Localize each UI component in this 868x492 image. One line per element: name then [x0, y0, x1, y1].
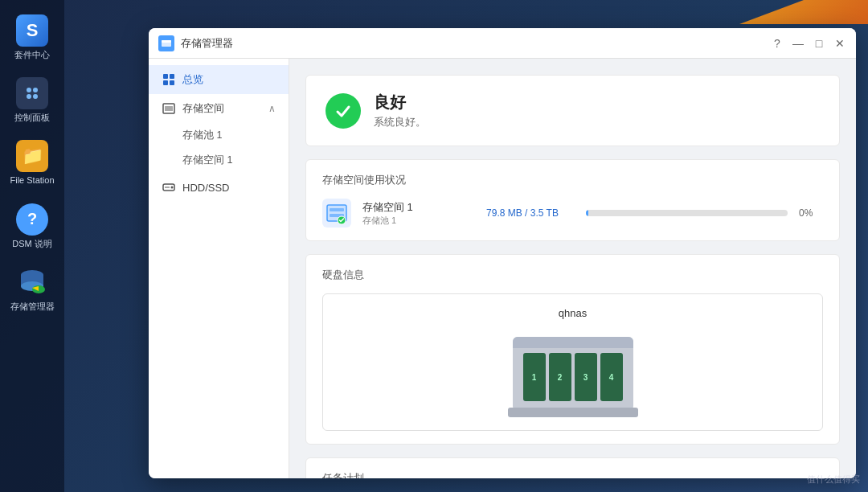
taskbar-label-package: 套件中心	[14, 50, 50, 60]
task-plan-title: 任务计划	[322, 471, 823, 478]
svg-point-17	[171, 187, 174, 189]
svg-point-3	[33, 94, 38, 99]
hdd-container: qhnas 1 2 3 4	[322, 293, 823, 431]
task-plan-card: 任务计划 任务类型 目标 状态 下次执行时间 S.	[305, 457, 840, 478]
file-station-icon: 📁	[16, 140, 48, 172]
storage-pool-name: 存储池 1	[362, 215, 459, 227]
storage-bar-fill	[586, 210, 588, 216]
window-title: 存储管理器	[181, 36, 771, 51]
drive-4: 4	[600, 353, 623, 401]
window-minimize-btn[interactable]: —	[792, 37, 805, 50]
nav-item-overview[interactable]: 总览	[149, 65, 289, 94]
storage-usage-text: 79.8 MB / 3.5 TB	[470, 207, 575, 219]
drive-1: 1	[523, 353, 546, 401]
taskbar-item-storage[interactable]: 存储管理器	[4, 260, 60, 318]
taskbar-label-file: File Station	[10, 175, 54, 186]
package-icon: S	[16, 14, 48, 47]
drive-2: 2	[549, 353, 571, 401]
taskbar-item-package[interactable]: S 套件中心	[4, 8, 60, 67]
overview-icon	[162, 72, 176, 87]
taskbar-item-dsm[interactable]: ? DSM 说明	[4, 197, 60, 256]
drive-3: 3	[575, 353, 597, 401]
nav-item-hdd-ssd[interactable]: HDD/SSD	[149, 173, 289, 202]
svg-rect-15	[165, 106, 173, 111]
storage-row: 存储空间 1 存储池 1 79.8 MB / 3.5 TB 0%	[322, 199, 823, 228]
storage-usage-title: 存储空间使用状况	[322, 173, 823, 187]
storage-space-icon	[162, 101, 176, 116]
hdd-ssd-icon	[162, 180, 176, 195]
nav-sub-space1[interactable]: 存储空间 1	[149, 148, 289, 173]
nav-item-storage-space[interactable]: 存储空间 ∧	[149, 94, 289, 123]
storage-space-name: 存储空间 1	[362, 200, 459, 215]
window-titlebar: 存储管理器 ? — □ ✕	[149, 28, 856, 59]
storage-usage-card: 存储空间使用状况	[305, 159, 840, 241]
window-title-icon	[158, 35, 174, 51]
hdd-info-card: 硬盘信息 qhnas 1 2	[305, 254, 840, 445]
chevron-up-icon: ∧	[268, 103, 276, 114]
status-title: 良好	[374, 92, 426, 113]
status-card: 良好 系统良好。	[305, 75, 840, 146]
svg-point-2	[27, 94, 31, 99]
desktop: S 套件中心 控制面板 📁 File Station ?	[0, 0, 868, 492]
nav-label-storage-space: 存储空间	[182, 101, 224, 116]
status-text-group: 良好 系统良好。	[374, 92, 426, 129]
taskbar: S 套件中心 控制面板 📁 File Station ?	[0, 0, 64, 492]
nav-label-hdd-ssd: HDD/SSD	[182, 182, 230, 194]
window-close-btn[interactable]: ✕	[833, 37, 846, 50]
storage-bar	[586, 210, 788, 216]
nav-sub-pool1[interactable]: 存储池 1	[149, 123, 289, 148]
storage-volume-icon	[322, 199, 351, 228]
hdd-info-title: 硬盘信息	[322, 268, 823, 282]
device-name: qhnas	[559, 307, 587, 319]
nav-sidebar: 总览 存储空间 ∧ 存储池 1 存储	[149, 59, 289, 478]
taskbar-label-storage: 存储管理器	[10, 301, 55, 312]
content-area: 良好 系统良好。 存储空间使用状况	[289, 59, 856, 478]
window-maximize-btn[interactable]: □	[813, 37, 825, 50]
dsm-help-icon: ?	[16, 203, 48, 236]
svg-rect-12	[163, 80, 168, 85]
svg-rect-13	[170, 80, 174, 85]
control-panel-icon	[16, 77, 48, 109]
taskbar-label-control: 控制面板	[14, 113, 50, 123]
desktop-accent	[707, 0, 868, 24]
storage-manager-window: 存储管理器 ? — □ ✕	[149, 28, 856, 478]
taskbar-item-control[interactable]: 控制面板	[4, 71, 60, 129]
storage-manager-icon	[16, 266, 48, 298]
svg-rect-11	[170, 74, 174, 79]
svg-rect-9	[162, 40, 171, 43]
svg-rect-10	[163, 74, 168, 79]
window-controls: ? — □ ✕	[771, 37, 846, 50]
svg-point-0	[27, 88, 31, 92]
nas-illustration: 1 2 3 4	[513, 329, 633, 417]
svg-rect-21	[330, 208, 344, 211]
nav-label-overview: 总览	[182, 72, 203, 87]
taskbar-item-file[interactable]: 📁 File Station	[4, 133, 60, 192]
storage-percent: 0%	[799, 207, 823, 219]
window-help-btn[interactable]: ?	[771, 37, 784, 50]
window-body: 总览 存储空间 ∧ 存储池 1 存储	[149, 59, 856, 478]
taskbar-label-dsm: DSM 说明	[12, 239, 52, 249]
status-subtitle: 系统良好。	[374, 115, 426, 129]
status-check-icon	[326, 93, 361, 129]
svg-point-1	[33, 88, 38, 92]
svg-rect-18	[165, 187, 170, 188]
storage-info: 存储空间 1 存储池 1	[362, 200, 459, 227]
